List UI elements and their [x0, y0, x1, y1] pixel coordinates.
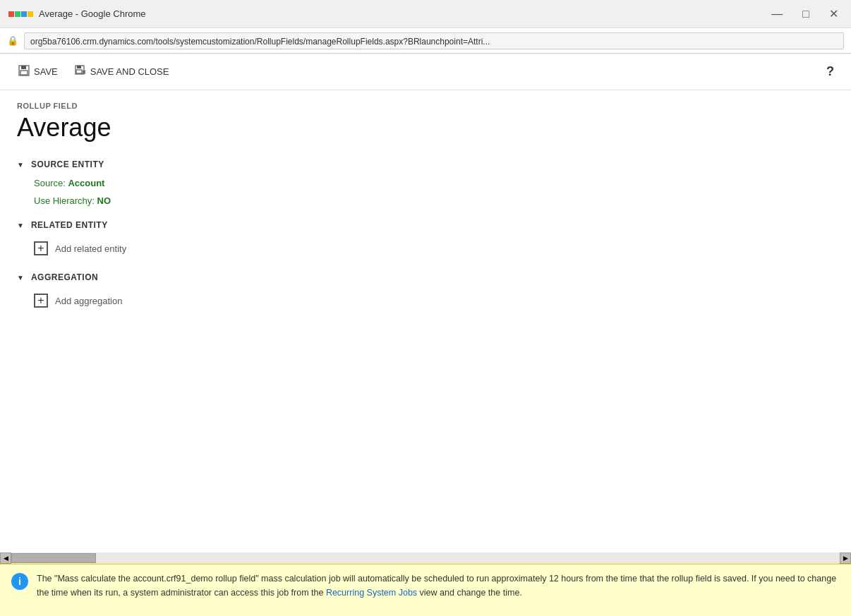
page-title: Average — [17, 113, 834, 143]
aggregation-title: AGGREGATION — [31, 272, 98, 282]
maximize-button[interactable]: □ — [798, 6, 814, 22]
add-related-entity-icon: + — [34, 241, 48, 255]
add-related-entity-row[interactable]: + Add related entity — [34, 238, 834, 258]
save-close-button[interactable]: SAVE AND CLOSE — [68, 61, 176, 83]
related-entity-section: ▼ RELATED ENTITY + Add related entity — [17, 220, 834, 258]
main-content: ROLLUP FIELD Average ▼ SOURCE ENTITY Sou… — [0, 90, 851, 552]
source-value: Account — [68, 178, 104, 188]
source-entity-header: ▼ SOURCE ENTITY — [17, 159, 834, 169]
source-entity-section: ▼ SOURCE ENTITY Source: Account Use Hier… — [17, 159, 834, 206]
source-field-row: Source: Account — [34, 178, 834, 188]
add-aggregation-row[interactable]: + Add aggregation — [34, 291, 834, 310]
close-button[interactable]: ✕ — [825, 6, 843, 22]
source-entity-title: SOURCE ENTITY — [31, 159, 104, 169]
aggregation-content: + Add aggregation — [17, 291, 834, 310]
url-bar[interactable]: org5ba76106.crm.dynamics.com/tools/syste… — [24, 32, 844, 49]
save-close-label: SAVE AND CLOSE — [90, 66, 169, 77]
related-entity-header: ▼ RELATED ENTITY — [17, 220, 834, 230]
window-controls: — □ ✕ — [767, 6, 843, 22]
help-button[interactable]: ? — [821, 61, 840, 82]
source-label: Source: — [34, 178, 66, 188]
related-entity-content: + Add related entity — [17, 238, 834, 258]
source-entity-collapse-icon[interactable]: ▼ — [17, 161, 24, 169]
window-title: Average - Google Chrome — [39, 8, 767, 19]
hierarchy-value: NO — [97, 195, 111, 206]
save-label: SAVE — [34, 66, 58, 77]
scroll-track[interactable] — [11, 552, 840, 564]
info-icon: i — [11, 573, 28, 590]
add-related-entity-label: Add related entity — [55, 243, 126, 254]
save-close-icon — [75, 65, 86, 79]
rollup-field-label: ROLLUP FIELD — [17, 102, 834, 110]
svg-rect-5 — [76, 70, 82, 73]
add-aggregation-label: Add aggregation — [55, 296, 122, 306]
title-bar: Average - Google Chrome — □ ✕ — [0, 0, 851, 28]
browser-logo — [8, 11, 33, 17]
save-button[interactable]: SAVE — [11, 61, 65, 83]
add-aggregation-icon: + — [34, 294, 48, 308]
scroll-left-arrow[interactable]: ◀ — [0, 552, 11, 564]
scroll-right-arrow[interactable]: ▶ — [840, 552, 851, 564]
info-text: The "Mass calculate the account.crf91_de… — [37, 572, 840, 600]
lock-icon: 🔒 — [7, 35, 18, 46]
scroll-thumb[interactable] — [11, 553, 96, 563]
save-icon — [18, 65, 30, 79]
svg-rect-4 — [77, 66, 81, 68]
source-entity-content: Source: Account Use Hierarchy: NO — [17, 178, 834, 206]
aggregation-collapse-icon[interactable]: ▼ — [17, 274, 24, 282]
recurring-jobs-link[interactable]: Recurring System Jobs — [326, 588, 417, 598]
related-entity-collapse-icon[interactable]: ▼ — [17, 222, 24, 229]
hierarchy-field-row: Use Hierarchy: NO — [34, 195, 834, 206]
aggregation-header: ▼ AGGREGATION — [17, 272, 834, 282]
info-text-part2: view and change the time. — [417, 588, 522, 598]
aggregation-section: ▼ AGGREGATION + Add aggregation — [17, 272, 834, 310]
hierarchy-label: Use Hierarchy: — [34, 195, 95, 206]
svg-rect-1 — [21, 66, 26, 69]
address-bar: 🔒 org5ba76106.crm.dynamics.com/tools/sys… — [0, 28, 851, 54]
horizontal-scrollbar[interactable]: ◀ ▶ — [0, 552, 851, 564]
minimize-button[interactable]: — — [767, 6, 787, 22]
svg-rect-2 — [20, 71, 28, 75]
info-bar: i The "Mass calculate the account.crf91_… — [0, 564, 851, 616]
related-entity-title: RELATED ENTITY — [31, 220, 108, 230]
toolbar: SAVE SAVE AND CLOSE ? — [0, 54, 851, 90]
